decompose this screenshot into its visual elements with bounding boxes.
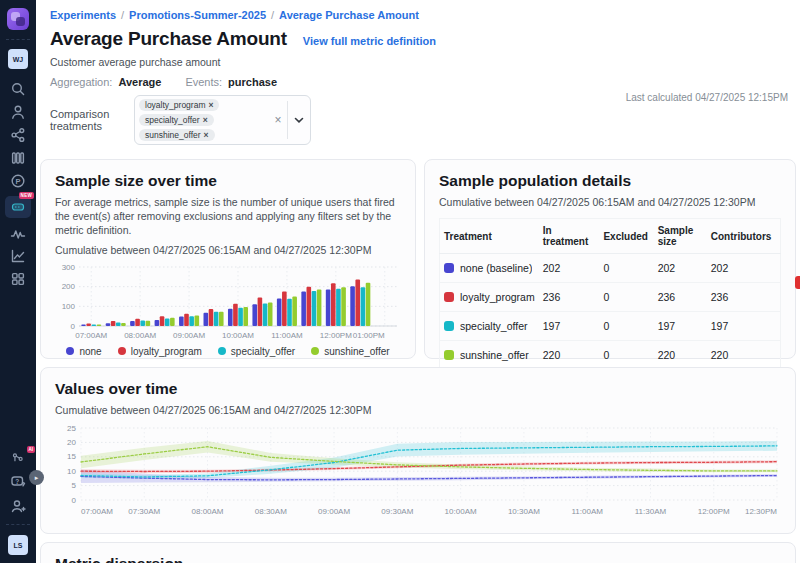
svg-text:12:30PM: 12:30PM <box>745 507 777 516</box>
activity-icon[interactable] <box>7 225 29 241</box>
svg-text:09:00AM: 09:00AM <box>173 331 205 340</box>
population-card: Sample population details Cumulative bet… <box>424 159 796 359</box>
legend-item[interactable]: specialty_offer <box>218 346 295 357</box>
svg-text:P: P <box>15 177 20 186</box>
cards-area: Sample size over time For average metric… <box>36 145 800 563</box>
treatment-chip-label: specialty_offer <box>145 115 200 125</box>
table-column-header: In treatment <box>539 219 600 254</box>
table-cell: 197 <box>654 312 707 341</box>
workspace-badge[interactable]: WJ <box>8 49 28 69</box>
clear-x-icon[interactable]: × <box>269 96 287 144</box>
card-range: Cumulative between 04/27/2025 06:15AM an… <box>55 404 781 416</box>
svg-text:10: 10 <box>67 467 76 476</box>
table-cell: 0 <box>599 312 653 341</box>
treatment-name: sunshine_offer <box>460 349 529 361</box>
population-table: TreatmentIn treatmentExcludedSample size… <box>439 218 781 370</box>
people-icon[interactable] <box>7 104 29 120</box>
sidebar-divider <box>6 524 30 525</box>
treatment-name: loyalty_program <box>460 291 535 303</box>
svg-text:11:00AM: 11:00AM <box>571 507 603 516</box>
breadcrumb-item[interactable]: Average Purchase Amount <box>279 9 419 21</box>
search-icon[interactable] <box>7 81 29 97</box>
legend-item[interactable]: sunshine_offer <box>311 346 389 357</box>
population-table-body: none (baseline)2020202202loyalty_program… <box>440 254 781 370</box>
svg-text:20: 20 <box>67 438 76 447</box>
dashboard-grid-icon[interactable] <box>7 271 29 287</box>
chevron-down-icon[interactable] <box>288 96 310 144</box>
svg-text:?: ? <box>15 478 19 485</box>
sample-size-bar-chart: 010020030007:00AM08:00AM09:00AM10:00AM11… <box>55 262 401 344</box>
columns-icon[interactable] <box>7 150 29 166</box>
table-cell: 197 <box>707 312 781 341</box>
card-range: Cumulative between 04/27/2025 06:15AM an… <box>55 244 401 256</box>
table-cell: 220 <box>707 341 781 370</box>
chip-remove-icon[interactable]: × <box>208 100 213 110</box>
svg-text:08:00AM: 08:00AM <box>124 331 156 340</box>
aggregation-label: Aggregation: <box>50 76 112 88</box>
sample-size-card: Sample size over time For average metric… <box>40 159 416 359</box>
table-cell: 202 <box>707 254 781 283</box>
new-badge: NEW <box>19 192 34 199</box>
nodes-icon[interactable] <box>7 127 29 143</box>
svg-text:300: 300 <box>62 262 76 271</box>
treatment-chip-label: loyalty_program <box>145 100 205 110</box>
svg-text:12:00PM: 12:00PM <box>320 331 352 340</box>
ai-badge: AI <box>27 446 36 453</box>
treatment-chip[interactable]: specialty_offer× <box>139 114 214 126</box>
pulse-circle-icon[interactable]: P <box>7 173 29 189</box>
collapse-handle-icon[interactable]: ▸ <box>29 470 44 485</box>
view-metric-definition-link[interactable]: View full metric definition <box>303 35 436 47</box>
values-line-chart: 051015202507:00AM07:30AM08:00AM08:30AM09… <box>55 422 783 526</box>
table-row: none (baseline)2020202202 <box>440 254 781 283</box>
breadcrumb-item[interactable]: Experiments <box>50 9 116 21</box>
svg-text:10:00AM: 10:00AM <box>222 331 254 340</box>
experiment-icon[interactable]: NEW <box>5 196 31 218</box>
chip-remove-icon[interactable]: × <box>203 115 208 125</box>
treatment-chip[interactable]: sunshine_offer× <box>139 129 215 141</box>
table-row: specialty_offer1970197197 <box>440 312 781 341</box>
treatment-chip[interactable]: loyalty_program× <box>139 99 219 111</box>
card-title: Sample population details <box>439 172 781 190</box>
table-cell: 202 <box>654 254 707 283</box>
breadcrumb-item[interactable]: Promotions-Summer-2025 <box>129 9 266 21</box>
values-card: Values over time Cumulative between 04/2… <box>40 367 796 534</box>
table-row: loyalty_program2360236236 <box>440 283 781 312</box>
page-title: Average Purchase Amount <box>50 28 287 50</box>
treatments-multiselect[interactable]: loyalty_program×specialty_offer×sunshine… <box>134 95 311 145</box>
table-cell: 236 <box>539 283 600 312</box>
feedback-tab[interactable] <box>795 276 800 289</box>
help-chat-icon[interactable]: ? <box>7 474 29 490</box>
metric-subtitle: Customer average purchase amount <box>50 56 790 68</box>
ai-assist-icon[interactable]: AI <box>7 450 29 466</box>
user-avatar[interactable]: LS <box>8 535 28 555</box>
svg-text:15: 15 <box>67 452 76 461</box>
svg-text:100: 100 <box>62 301 76 310</box>
svg-text:07:00AM: 07:00AM <box>75 331 107 340</box>
treatment-name: none (baseline) <box>460 262 532 274</box>
card-title: Sample size over time <box>55 172 401 190</box>
legend-item[interactable]: none <box>66 346 101 357</box>
app-logo[interactable] <box>7 8 29 30</box>
legend-dot <box>218 347 226 355</box>
breadcrumb: Experiments/Promotions-Summer-2025/Avera… <box>50 9 790 21</box>
svg-text:11:00AM: 11:00AM <box>271 331 303 340</box>
metrics-chart-icon[interactable] <box>7 248 29 264</box>
chip-remove-icon[interactable]: × <box>204 130 209 140</box>
invite-user-icon[interactable] <box>7 498 29 514</box>
table-column-header: Contributors <box>707 219 781 254</box>
svg-text:10:00AM: 10:00AM <box>445 507 477 516</box>
page-header: Experiments/Promotions-Summer-2025/Avera… <box>36 0 800 145</box>
legend-item[interactable]: loyalty_program <box>118 346 202 357</box>
breadcrumb-separator: / <box>271 9 274 21</box>
table-column-header: Excluded <box>599 219 653 254</box>
events-label: Events: <box>185 76 222 88</box>
sidebar: WJ P NEW <box>0 0 36 563</box>
table-column-header: Treatment <box>440 219 539 254</box>
table-cell: 0 <box>599 254 653 283</box>
table-cell: 202 <box>539 254 600 283</box>
svg-text:01:00PM: 01:00PM <box>353 331 385 340</box>
card-title: Values over time <box>55 380 781 398</box>
svg-text:11:30AM: 11:30AM <box>635 507 667 516</box>
events-value: purchase <box>228 76 277 88</box>
table-cell: 220 <box>539 341 600 370</box>
